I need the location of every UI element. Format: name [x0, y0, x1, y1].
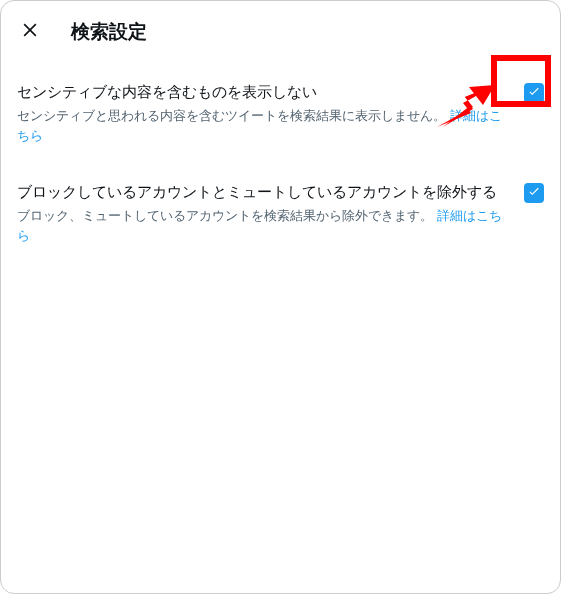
modal-header: 検索設定	[1, 1, 560, 63]
settings-list: センシティブな内容を含むものを表示しない センシティブと思われる内容を含むツイー…	[1, 63, 560, 265]
close-button[interactable]	[13, 15, 47, 49]
checkbox-exclude-blocked[interactable]	[524, 183, 544, 203]
checkbox-hide-sensitive[interactable]	[524, 83, 544, 103]
setting-label: ブロックしているアカウントとミュートしているアカウントを除外する	[17, 181, 510, 202]
setting-hide-sensitive: センシティブな内容を含むものを表示しない センシティブと思われる内容を含むツイー…	[17, 69, 544, 159]
check-icon	[527, 184, 541, 202]
page-title: 検索設定	[71, 19, 147, 45]
setting-exclude-blocked: ブロックしているアカウントとミュートしているアカウントを除外する ブロック、ミュ…	[17, 169, 544, 259]
check-icon	[527, 84, 541, 102]
setting-desc: センシティブと思われる内容を含むツイートを検索結果に表示しません。 詳細はこちら	[17, 106, 510, 145]
setting-label: センシティブな内容を含むものを表示しない	[17, 81, 510, 102]
setting-desc: ブロック、ミュートしているアカウントを検索結果から除外できます。 詳細はこちら	[17, 206, 510, 245]
close-icon	[20, 20, 40, 44]
